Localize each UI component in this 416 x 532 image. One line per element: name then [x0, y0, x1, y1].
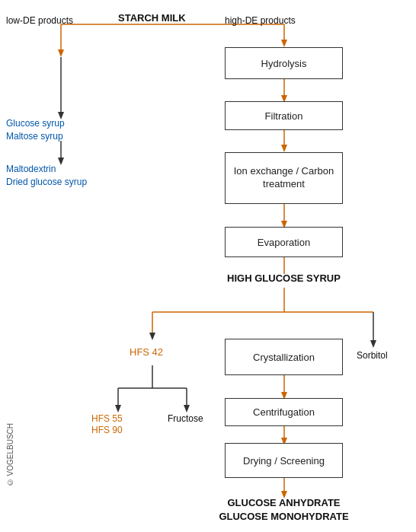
hfs90-label: HFS 90: [91, 425, 123, 435]
svg-marker-31: [184, 405, 190, 413]
maltodextrin-label: Maltodextrin: [6, 164, 56, 174]
low-de-label: low-DE products: [6, 15, 73, 26]
starch-milk-label: STARCH MILK: [118, 12, 186, 24]
svg-marker-19: [370, 340, 376, 348]
svg-marker-29: [115, 405, 121, 413]
centrifugation-box: Centrifugation: [225, 398, 343, 426]
dried-glucose-label: Dried glucose syrup: [6, 177, 87, 187]
fructose-label: Fructose: [168, 413, 203, 424]
evaporation-box: Evaporation: [225, 227, 343, 257]
hydrolysis-box: Hydrolysis: [225, 47, 343, 79]
arrows-svg: [0, 0, 416, 532]
flow-diagram: STARCH MILK low-DE products high-DE prod…: [0, 0, 416, 532]
maltose-syrup-label: Maltose syrup: [6, 131, 63, 142]
svg-marker-5: [281, 40, 287, 47]
svg-marker-9: [281, 145, 287, 152]
high-glucose-syrup-label: HIGH GLUCOSE SYRUP: [206, 272, 362, 284]
glucose-anhydrate-line: GLUCOSE ANHYDRATE GLUCOSE MONOHYDRATE: [219, 497, 348, 522]
final-products-label: GLUCOSE ANHYDRATE GLUCOSE MONOHYDRATE: [206, 496, 362, 524]
svg-marker-16: [149, 333, 155, 340]
svg-marker-35: [58, 158, 64, 165]
ion-exchange-box: Ion exchange / Carbon treatment: [225, 152, 343, 204]
hfs55-label: HFS 55: [91, 413, 123, 424]
filtration-box: Filtration: [225, 101, 343, 130]
drying-screening-box: Drying / Screening: [225, 443, 343, 478]
hfs42-label: HFS 42: [130, 346, 163, 358]
glucose-syrup-label: Glucose syrup: [6, 118, 65, 129]
crystallization-box: Crystallization: [225, 339, 343, 375]
high-de-label: high-DE products: [225, 15, 296, 26]
svg-marker-2: [58, 49, 64, 57]
copyright-label: © VOGELBUSCH: [6, 423, 14, 486]
sorbitol-label: Sorbitol: [357, 350, 388, 361]
